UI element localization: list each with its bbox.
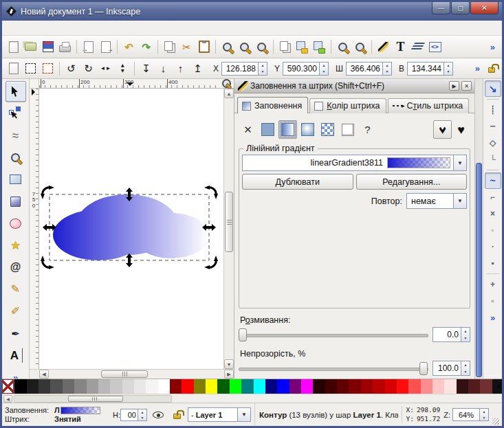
spinner[interactable] [461,327,470,342]
palette-swatch[interactable] [468,379,480,394]
import-icon[interactable] [80,38,97,56]
snap-enable[interactable]: ↘ [485,80,501,97]
numeric-input[interactable]: 366.406 [346,62,383,76]
palette-swatch[interactable] [301,379,313,394]
raise-icon[interactable]: ↑ [172,60,189,77]
snap-cusp-nodes[interactable]: ◦ [485,222,501,238]
menu-item[interactable] [5,27,16,30]
menu-item[interactable] [38,27,49,30]
layer-selector[interactable]: Layer 1 ▼ [188,407,251,422]
dialog-tab[interactable]: Колір штриха [309,98,386,113]
export-icon[interactable] [97,38,114,56]
tool-calligraphy[interactable]: ✒ [6,323,26,343]
redo-icon[interactable]: ↷ [138,38,155,56]
snap-smooth-nodes[interactable]: ∙ [485,238,501,255]
tool-tweak[interactable]: ≈ [6,125,26,146]
select-all-icon[interactable] [5,60,22,77]
opacity-value[interactable]: 100.0 [432,361,461,376]
palette-swatch[interactable] [27,379,39,394]
close-button[interactable]: ✕ [470,2,498,14]
paint-linear-gradient[interactable] [278,120,297,139]
palette-swatch[interactable] [39,379,50,394]
menu-item[interactable] [16,27,27,30]
palette-swatch[interactable] [170,379,182,394]
scroll-right-icon[interactable]: ▶ [224,370,234,379]
spinner[interactable] [461,361,470,376]
tool-rectangle[interactable] [6,169,26,190]
fill-gradient-swatch[interactable] [61,407,100,414]
palette-swatch[interactable] [373,379,384,394]
gradient-select-combo[interactable]: linearGradient3811 ▼ [242,155,467,171]
layers-dialog-icon[interactable] [409,38,426,56]
palette-swatch[interactable] [265,379,277,394]
xml-editor-icon[interactable] [426,38,443,56]
zoom-drawing-icon[interactable] [236,38,253,56]
resize-grip[interactable] [492,418,499,425]
snap-midpoints[interactable]: ▪ [485,255,501,271]
horizontal-scroll-thumb[interactable] [101,370,148,378]
vertical-scrollbar[interactable]: ▲ ▼ [223,89,234,369]
repeat-combo[interactable]: немає ▼ [406,193,467,209]
palette-swatch[interactable] [337,379,349,394]
save-icon[interactable] [39,38,56,56]
spinner[interactable] [383,62,392,76]
chevron-down-icon[interactable]: ▼ [453,194,466,208]
lower-icon[interactable]: ↓ [155,60,172,77]
palette-swatch[interactable] [146,379,157,394]
tool-options-overflow-icon[interactable]: » [471,63,484,74]
select-all-layers-icon[interactable] [22,60,39,77]
find-icon[interactable] [334,38,351,56]
tool-spiral[interactable]: @ [6,257,26,278]
dialog-scroll-thumb[interactable] [476,163,482,377]
raise-to-top-icon[interactable]: ↥ [189,60,206,77]
dialog-menu-icon[interactable]: ▶ [449,81,459,91]
palette-swatch[interactable] [457,379,468,394]
tool-3dbox[interactable] [6,191,26,212]
unlink-clone-icon[interactable] [311,38,328,56]
snap-paths[interactable]: ⌐ [485,189,501,205]
tool-ellipse[interactable] [6,213,26,234]
palette-scroll-left-icon[interactable] [494,383,501,390]
palette-swatch[interactable] [122,379,134,394]
snap-bbox-midpoints[interactable]: └ [485,151,501,168]
layer-lock-icon[interactable] [169,407,184,423]
tool-selector[interactable] [6,81,26,102]
fill-rule-nonzero[interactable]: ♥ [452,120,470,139]
tool-zoom[interactable] [6,147,26,168]
palette-scroll-arrow-icon[interactable]: ◀ [3,395,12,403]
palette-swatch[interactable] [349,379,360,394]
new-document-icon[interactable] [5,38,22,56]
layer-visibility-icon[interactable] [151,407,166,423]
palette-swatch[interactable] [313,379,325,394]
open-icon[interactable] [22,38,39,56]
palette-swatch[interactable] [408,379,420,394]
palette-swatch[interactable] [74,379,86,394]
vertical-scroll-thumb[interactable] [225,192,233,252]
tool-text[interactable]: A [6,345,26,365]
snap-nodes[interactable]: ~ [485,172,501,189]
snap-object-centers[interactable]: + [485,276,501,293]
maximize-button[interactable]: ▢ [451,2,470,14]
paint-pattern[interactable] [318,120,337,139]
dialog-scrollbar[interactable] [474,79,483,379]
palette-swatch[interactable] [432,379,444,394]
vertical-ruler[interactable]: 750 [30,89,39,369]
text-dialog-icon[interactable]: T [392,38,409,56]
tool-bezier[interactable]: ✐ [6,301,26,322]
palette-swatch[interactable] [385,379,397,394]
tool-pencil[interactable]: ✎ [6,279,26,300]
palette-swatch[interactable] [182,379,193,394]
find-replace-icon[interactable] [351,38,369,56]
dialog-tab[interactable]: Стиль штриха [388,98,470,113]
horizontal-scrollbar[interactable]: ◀ ▶ [39,370,234,379]
opacity-input[interactable]: 00 [120,409,138,421]
palette-swatch[interactable] [230,379,241,394]
palette-swatch[interactable] [2,379,14,394]
zoom-page-icon[interactable] [253,38,270,56]
palette-swatch[interactable] [421,379,432,394]
palette-scroll-track[interactable] [14,395,172,403]
spinner[interactable] [138,409,147,421]
numeric-input[interactable]: 126.188 [221,62,259,76]
palette-swatch[interactable] [87,379,98,394]
palette-swatch[interactable] [361,379,373,394]
